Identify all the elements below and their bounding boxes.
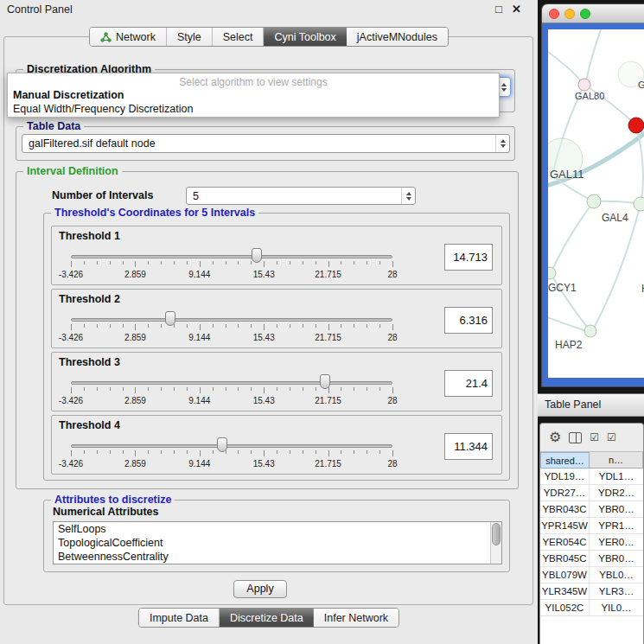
threshold-slider[interactable]: -3.4262.8599.14415.4321.71528 bbox=[71, 310, 392, 347]
slider-handle[interactable] bbox=[320, 374, 330, 389]
slider-track[interactable] bbox=[71, 444, 392, 448]
slider-track[interactable] bbox=[71, 255, 392, 258]
threshold-value-field[interactable]: 21.4 bbox=[444, 370, 493, 397]
tab-network[interactable]: Network bbox=[90, 28, 167, 46]
tab-jactivemnodules[interactable]: jActiveMNodules bbox=[347, 28, 448, 46]
table-cell[interactable]: YER0… bbox=[590, 534, 643, 550]
slider-scale-label: -3.426 bbox=[59, 396, 83, 405]
combobox-stepper-icon[interactable] bbox=[401, 188, 415, 204]
threshold-value-field[interactable]: 6.316 bbox=[444, 307, 493, 334]
slider-scale-label: 2.859 bbox=[124, 270, 146, 279]
tab-label: Cyni Toolbox bbox=[274, 31, 335, 43]
network-canvas[interactable]: GAL80GAGAL11GAL4GCY1HHAP2 bbox=[548, 29, 644, 378]
table-cell[interactable]: YPR145W bbox=[540, 518, 590, 533]
table-cell[interactable]: YLR3… bbox=[590, 583, 643, 599]
table-cell[interactable]: YIL0… bbox=[590, 600, 643, 615]
threshold-slider[interactable]: -3.4262.8599.14415.4321.71528 bbox=[71, 373, 392, 410]
bottom-tab-impute-data[interactable]: Impute Data bbox=[139, 609, 220, 627]
table-row[interactable]: YLR345WYLR3… bbox=[540, 583, 643, 600]
table-cell[interactable]: YER054C bbox=[540, 534, 590, 550]
network-edge[interactable] bbox=[552, 201, 594, 271]
slider-track[interactable] bbox=[71, 318, 392, 322]
table-cell[interactable]: YDR2… bbox=[590, 485, 643, 501]
slider-scale-label: 15.43 bbox=[253, 396, 275, 405]
network-edge[interactable] bbox=[548, 315, 589, 332]
apply-button[interactable]: Apply bbox=[233, 580, 287, 598]
slider-track[interactable] bbox=[71, 381, 392, 385]
table-cell[interactable]: YBR0… bbox=[590, 501, 643, 517]
table-cell[interactable]: YDR27… bbox=[540, 485, 590, 501]
checkbox-icon[interactable]: ☑ bbox=[590, 432, 599, 443]
network-node[interactable] bbox=[587, 194, 601, 208]
threshold-label: Threshold 2 bbox=[59, 293, 120, 305]
slider-ticks bbox=[71, 261, 392, 268]
scrollbar-thumb[interactable] bbox=[492, 523, 501, 545]
table-row[interactable]: YBL079WYBL0… bbox=[540, 567, 643, 583]
close-button[interactable] bbox=[549, 9, 559, 19]
tab-cyni-toolbox[interactable]: Cyni Toolbox bbox=[264, 28, 346, 46]
threshold-label: Threshold 1 bbox=[59, 230, 120, 242]
threshold-value-field[interactable]: 14.713 bbox=[444, 244, 493, 271]
table-row[interactable]: YBR043CYBR0… bbox=[540, 501, 643, 518]
slider-scale-label: 28 bbox=[387, 396, 397, 405]
table-data-combobox[interactable]: galFiltered.sif default node bbox=[22, 134, 510, 153]
attribute-item-selfloops[interactable]: SelfLoops bbox=[54, 522, 501, 536]
attribute-item-betweennesscentrality[interactable]: BetweennessCentrality bbox=[54, 550, 501, 564]
column-header[interactable]: n… bbox=[590, 452, 643, 469]
combobox-stepper-icon[interactable] bbox=[495, 135, 509, 152]
bottom-tab-infer-network[interactable]: Infer Network bbox=[314, 609, 399, 627]
slider-handle[interactable] bbox=[252, 248, 262, 263]
table-cell[interactable]: YIL052C bbox=[540, 600, 590, 615]
numerical-attributes-list[interactable]: SelfLoopsTopologicalCoefficientBetweenne… bbox=[53, 521, 502, 564]
slider-scale-label: 9.144 bbox=[188, 333, 210, 342]
network-node[interactable] bbox=[634, 197, 644, 211]
table-cell[interactable]: YDL1… bbox=[590, 469, 643, 484]
table-cell[interactable]: YBR0… bbox=[590, 551, 643, 566]
scrollbar[interactable] bbox=[490, 522, 501, 564]
table-panel-titlebar[interactable]: Table Panel bbox=[538, 393, 644, 417]
tab-label: jActiveMNodules bbox=[357, 31, 437, 43]
table-cell[interactable]: YDL19… bbox=[540, 469, 590, 484]
attribute-item-topologicalcoefficient[interactable]: TopologicalCoefficient bbox=[54, 536, 501, 550]
gear-icon[interactable]: ⚙ bbox=[549, 430, 561, 444]
table-header: shared…n… bbox=[540, 452, 643, 469]
algorithm-option-manual-discretization[interactable]: Manual Discretization bbox=[8, 88, 499, 102]
table-cell[interactable]: YPR1… bbox=[590, 518, 643, 533]
table-cell[interactable]: YBL0… bbox=[590, 567, 643, 583]
table-row[interactable]: YER054CYER0… bbox=[540, 534, 643, 551]
algorithm-option-equal-width-frequency[interactable]: Equal Width/Frequency Discretization bbox=[8, 102, 499, 116]
table-row[interactable]: YPR145WYPR1… bbox=[540, 518, 643, 534]
table-cell[interactable]: YBR043C bbox=[540, 501, 590, 517]
columns-icon[interactable] bbox=[569, 432, 582, 443]
column-header[interactable]: shared… bbox=[540, 452, 590, 469]
table-row[interactable]: YIL052CYIL0… bbox=[540, 600, 643, 616]
network-edge[interactable] bbox=[548, 45, 584, 85]
zoom-button[interactable] bbox=[580, 9, 590, 19]
table-cell[interactable]: YBR045C bbox=[540, 551, 590, 566]
network-window-titlebar[interactable] bbox=[542, 4, 644, 23]
tab-select[interactable]: Select bbox=[213, 28, 265, 46]
float-window-icon[interactable]: □ bbox=[495, 3, 502, 16]
slider-handle[interactable] bbox=[165, 311, 175, 326]
network-node[interactable] bbox=[548, 267, 556, 279]
network-edge[interactable] bbox=[586, 29, 603, 81]
slider-handle[interactable] bbox=[217, 437, 227, 452]
tab-style[interactable]: Style bbox=[167, 28, 213, 46]
minimize-button[interactable] bbox=[564, 9, 575, 19]
table-cell[interactable]: YLR345W bbox=[540, 583, 590, 599]
table-row[interactable]: YDR27…YDR2… bbox=[540, 485, 643, 501]
number-of-intervals-combobox[interactable]: 5 bbox=[186, 187, 416, 205]
threshold-slider[interactable]: -3.4262.8599.14415.4321.71528 bbox=[71, 437, 392, 473]
threshold-slider[interactable]: -3.4262.8599.14415.4321.71528 bbox=[71, 247, 392, 284]
slider-scale-label: 21.715 bbox=[315, 270, 341, 279]
bottom-tab-discretize-data[interactable]: Discretize Data bbox=[220, 609, 314, 627]
threshold-value-field[interactable]: 11.344 bbox=[444, 433, 493, 460]
checkbox-icon[interactable]: ☑ bbox=[607, 432, 616, 443]
table-row[interactable]: YBR045CYBR0… bbox=[540, 551, 643, 567]
table-cell[interactable]: YBL079W bbox=[540, 567, 590, 583]
table-row[interactable]: YDL19…YDL1… bbox=[540, 469, 643, 485]
network-node[interactable] bbox=[578, 79, 590, 91]
network-node[interactable] bbox=[628, 118, 644, 133]
close-icon[interactable]: ✕ bbox=[512, 3, 521, 16]
network-node[interactable] bbox=[584, 325, 596, 337]
